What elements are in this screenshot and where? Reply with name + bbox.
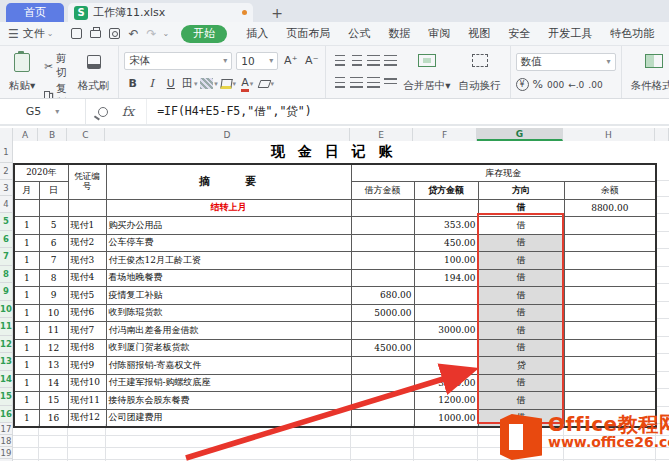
cell[interactable]: 450.00 [414, 234, 478, 252]
paste-button[interactable]: 粘贴▾ [5, 49, 39, 95]
cell[interactable]: 看场地晚餐费 [106, 269, 351, 287]
column-header-E[interactable]: E [350, 128, 413, 141]
font-size-select[interactable]: 10▾ [236, 52, 278, 70]
cell[interactable]: 5 [39, 217, 68, 235]
cell[interactable] [564, 252, 656, 270]
align-right-button[interactable] [365, 74, 382, 91]
ribbon-tab-start[interactable]: 开始 [181, 25, 227, 43]
ribbon-tab-页面布局[interactable]: 页面布局 [286, 26, 330, 41]
ribbon-tab-公式[interactable]: 公式 [348, 26, 370, 41]
cell[interactable] [414, 304, 478, 322]
decrease-indent-button[interactable] [365, 52, 382, 69]
cell[interactable]: 1 [14, 374, 39, 392]
cell[interactable]: 353.00 [414, 217, 478, 235]
cell[interactable] [351, 392, 414, 410]
header-balance[interactable]: 余额 [564, 182, 656, 200]
cell[interactable]: 现付10 [68, 374, 106, 392]
cell[interactable] [564, 304, 656, 322]
row-header-10[interactable]: 10 [0, 301, 13, 319]
cell[interactable]: 现付12 [68, 409, 106, 427]
cell[interactable]: 接待股东会股东餐费 [106, 392, 351, 410]
row-header-9[interactable]: 9 [0, 283, 13, 301]
cell[interactable]: 现付7 [68, 322, 106, 340]
row-header-11[interactable]: 11 [0, 318, 13, 336]
cell-style-button[interactable]: ▾ [200, 75, 218, 92]
cell[interactable]: 14 [39, 374, 68, 392]
cell[interactable] [564, 392, 656, 410]
row-header-12[interactable]: 12 [0, 336, 13, 354]
cell[interactable]: 1 [14, 217, 39, 235]
align-top-button[interactable] [331, 52, 348, 69]
cell[interactable]: 1 [14, 322, 39, 340]
grow-font-button[interactable]: A⁺ [282, 52, 299, 69]
row-header-16[interactable]: 16 [0, 406, 13, 424]
cell[interactable]: 付王建军报销-购螺纹底座 [106, 374, 351, 392]
print-button[interactable] [90, 26, 101, 41]
cell[interactable] [351, 409, 414, 427]
cell[interactable] [564, 217, 656, 235]
cell[interactable]: 付冯南出差备用金借款 [106, 322, 351, 340]
hamburger-menu-icon[interactable]: ☰ [8, 27, 19, 41]
cell[interactable]: 公车停车费 [106, 234, 351, 252]
file-caret-icon[interactable]: ⌄ [47, 29, 54, 38]
cell[interactable]: 1 [14, 409, 39, 427]
row-header-13[interactable]: 13 [0, 353, 13, 371]
cell[interactable]: 16 [39, 409, 68, 427]
eraser-button[interactable]: ▾ [258, 75, 275, 92]
cell[interactable] [351, 234, 414, 252]
row-header-3[interactable]: 3 [0, 180, 13, 196]
increase-decimal-button[interactable]: ←.0 [568, 80, 584, 90]
sheet-title[interactable]: 现 金 日 记 账 [13, 141, 655, 163]
cell[interactable] [414, 287, 478, 305]
cell[interactable] [564, 357, 656, 375]
underline-button[interactable]: U [162, 75, 179, 92]
cell[interactable] [564, 269, 656, 287]
cell[interactable]: 6 [39, 234, 68, 252]
cell[interactable]: 10 [39, 304, 68, 322]
borders-button[interactable]: 田▾ [181, 75, 198, 92]
column-header-C[interactable]: C [67, 128, 105, 141]
cell[interactable]: 1 [14, 304, 39, 322]
cell[interactable]: 7 [39, 252, 68, 270]
carry-balance-cell[interactable]: 8800.00 [564, 199, 656, 217]
increase-indent-button[interactable] [382, 52, 399, 69]
cell[interactable] [39, 199, 68, 217]
cell[interactable]: 现付8 [68, 339, 106, 357]
cell[interactable]: 贷 [478, 357, 564, 375]
column-header-F[interactable]: F [413, 128, 477, 141]
cell[interactable]: 借 [478, 217, 564, 235]
cell[interactable] [564, 374, 656, 392]
header-cash[interactable]: 库存现金 [351, 164, 656, 182]
cell[interactable]: 1 [14, 287, 39, 305]
cell[interactable] [351, 374, 414, 392]
row-header-2[interactable]: 2 [0, 163, 13, 180]
cell[interactable] [414, 357, 478, 375]
conditional-format-button[interactable]: 条件格式▾ [627, 49, 669, 95]
cell[interactable]: 1 [14, 392, 39, 410]
justify-button[interactable] [382, 74, 399, 91]
cell[interactable]: 1 [14, 357, 39, 375]
column-header-H[interactable]: H [563, 128, 655, 141]
ribbon-tab-安全[interactable]: 安全 [508, 26, 530, 41]
cell[interactable] [351, 269, 414, 287]
cell[interactable] [564, 322, 656, 340]
cell[interactable]: 3000.00 [414, 322, 478, 340]
ribbon-tab-插入[interactable]: 插入 [246, 26, 268, 41]
cell[interactable]: 4500.00 [351, 339, 414, 357]
fx-icon[interactable]: fx [122, 104, 134, 119]
ribbon-tab-审阅[interactable]: 审阅 [428, 26, 450, 41]
cell[interactable]: 借 [478, 304, 564, 322]
cell[interactable]: 现付6 [68, 304, 106, 322]
header-year[interactable]: 2020年 [14, 164, 68, 182]
cell[interactable]: 借 [478, 234, 564, 252]
cell[interactable]: 收到陈琨货款 [106, 304, 351, 322]
select-all-corner[interactable] [0, 128, 13, 141]
cell[interactable]: 现付9 [68, 357, 106, 375]
number-format-select[interactable]: 数值▾ [516, 53, 616, 71]
carry-direction-cell[interactable]: 借 [478, 199, 564, 217]
row-header-5[interactable]: 5 [0, 213, 13, 231]
ribbon-tab-数据[interactable]: 数据 [388, 26, 410, 41]
cell[interactable]: 购买办公用品 [106, 217, 351, 235]
fill-color-button[interactable]: ▾ [220, 75, 237, 92]
cell[interactable]: 3000.00 [414, 374, 478, 392]
